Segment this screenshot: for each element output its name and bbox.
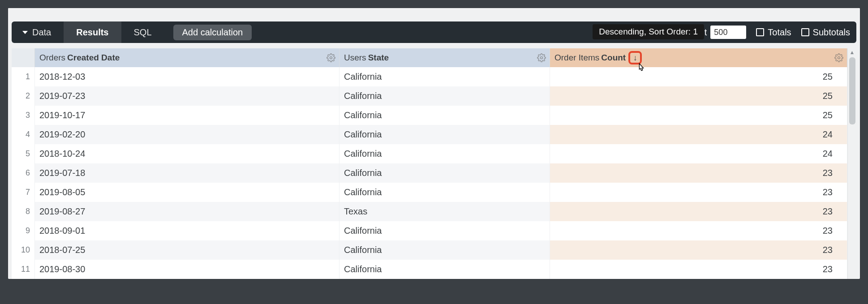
svg-point-0 xyxy=(330,57,332,59)
column-header-orders-created-date[interactable]: Orders Created Date xyxy=(35,48,339,67)
tab-results[interactable]: Results xyxy=(64,21,121,43)
gear-icon[interactable] xyxy=(327,53,335,62)
table-row[interactable]: 32019-10-17California25 xyxy=(12,106,847,125)
row-number: 8 xyxy=(12,202,35,221)
column-header-users-state[interactable]: Users State xyxy=(339,48,550,67)
row-number: 7 xyxy=(12,183,35,202)
scroll-up-arrow-icon[interactable]: ▲ xyxy=(848,48,856,56)
arrow-down-icon: ↓ xyxy=(633,53,637,63)
tab-results-label: Results xyxy=(76,27,108,38)
sort-descending-indicator[interactable]: ↓ xyxy=(628,51,642,64)
header-row: Orders Created Date Users State Order It… xyxy=(12,48,847,67)
tab-sql[interactable]: SQL xyxy=(121,21,164,43)
vertical-scrollbar[interactable]: ▲ xyxy=(847,48,856,279)
results-toolbar: Data Results SQL Add calculation Row Lim… xyxy=(12,21,856,43)
table-row[interactable]: 12018-12-03California25 xyxy=(12,67,847,86)
cell-created-date[interactable]: 2019-07-18 xyxy=(35,163,339,183)
sort-tooltip: Descending, Sort Order: 1 xyxy=(593,24,704,39)
table-row[interactable]: 52018-10-24California24 xyxy=(12,144,847,163)
table-row[interactable]: 82019-08-27Texas23 xyxy=(12,202,847,221)
data-grid: Orders Created Date Users State Order It… xyxy=(12,48,856,279)
sort-tooltip-text: Descending, Sort Order: 1 xyxy=(599,27,698,36)
col-orders-field: Created Date xyxy=(67,53,120,63)
totals-checkbox-group[interactable]: Totals xyxy=(756,27,791,38)
add-calculation-button[interactable]: Add calculation xyxy=(173,25,252,40)
row-number: 10 xyxy=(12,240,35,260)
subtotals-checkbox-group[interactable]: Subtotals xyxy=(801,27,850,38)
cell-state[interactable]: California xyxy=(339,240,550,260)
cell-count[interactable]: 23 xyxy=(550,183,847,202)
cell-state[interactable]: California xyxy=(339,260,550,279)
explore-panel: Data Results SQL Add calculation Row Lim… xyxy=(8,8,860,279)
cell-created-date[interactable]: 2018-12-03 xyxy=(35,67,339,86)
caret-down-icon xyxy=(22,31,28,34)
cell-count[interactable]: 25 xyxy=(550,86,847,106)
toolbar-left: Data Results SQL Add calculation xyxy=(18,21,252,43)
row-number: 9 xyxy=(12,221,35,240)
cell-state[interactable]: California xyxy=(339,86,550,106)
cell-count[interactable]: 25 xyxy=(550,67,847,86)
row-number: 3 xyxy=(12,106,35,125)
tab-data-label: Data xyxy=(32,27,51,38)
cell-state[interactable]: California xyxy=(339,67,550,86)
table-row[interactable]: 92018-09-01California23 xyxy=(12,221,847,240)
table-row[interactable]: 112019-08-30California23 xyxy=(12,260,847,279)
cell-state[interactable]: California xyxy=(339,106,550,125)
col-count-field: Count xyxy=(601,53,626,63)
tab-data[interactable]: Data xyxy=(18,21,64,43)
cell-count[interactable]: 24 xyxy=(550,144,847,163)
cell-count[interactable]: 23 xyxy=(550,240,847,260)
cell-created-date[interactable]: 2018-09-01 xyxy=(35,221,339,240)
table-row[interactable]: 22019-07-23California25 xyxy=(12,86,847,106)
row-number: 4 xyxy=(12,125,35,144)
svg-point-2 xyxy=(838,57,840,59)
totals-checkbox[interactable] xyxy=(756,28,764,36)
subtotals-checkbox[interactable] xyxy=(801,28,809,36)
table-row[interactable]: 62019-07-18California23 xyxy=(12,163,847,183)
table-row[interactable]: 72019-08-05California23 xyxy=(12,183,847,202)
svg-point-1 xyxy=(541,57,543,59)
cell-created-date[interactable]: 2019-10-17 xyxy=(35,106,339,125)
cell-created-date[interactable]: 2018-10-24 xyxy=(35,144,339,163)
cell-count[interactable]: 23 xyxy=(550,202,847,221)
cell-created-date[interactable]: 2019-08-30 xyxy=(35,260,339,279)
cell-created-date[interactable]: 2019-08-05 xyxy=(35,183,339,202)
cell-count[interactable]: 23 xyxy=(550,163,847,183)
cell-created-date[interactable]: 2018-07-25 xyxy=(35,240,339,260)
cell-count[interactable]: 23 xyxy=(550,221,847,240)
row-number: 1 xyxy=(12,67,35,86)
col-users-prefix: Users xyxy=(344,53,366,63)
subtotals-label: Subtotals xyxy=(813,27,850,38)
tab-sql-label: SQL xyxy=(134,27,152,38)
cell-count[interactable]: 25 xyxy=(550,106,847,125)
table-row[interactable]: 102018-07-25California23 xyxy=(12,240,847,260)
cell-state[interactable]: California xyxy=(339,183,550,202)
row-limit-input[interactable] xyxy=(710,26,746,39)
cell-state[interactable]: California xyxy=(339,163,550,183)
cell-count[interactable]: 23 xyxy=(550,260,847,279)
panel-top-pad xyxy=(8,8,860,21)
totals-label: Totals xyxy=(768,27,791,38)
cell-state[interactable]: California xyxy=(339,144,550,163)
cell-count[interactable]: 24 xyxy=(550,125,847,144)
col-users-field: State xyxy=(368,53,389,63)
add-calculation-label: Add calculation xyxy=(182,27,243,37)
cell-state[interactable]: California xyxy=(339,125,550,144)
table-row[interactable]: 42019-02-20California24 xyxy=(12,125,847,144)
gear-icon[interactable] xyxy=(537,53,546,62)
cell-state[interactable]: Texas xyxy=(339,202,550,221)
cell-created-date[interactable]: 2019-07-23 xyxy=(35,86,339,106)
table-body: 12018-12-03California2522019-07-23Califo… xyxy=(12,67,847,279)
cell-created-date[interactable]: 2019-02-20 xyxy=(35,125,339,144)
row-number: 6 xyxy=(12,163,35,183)
row-number: 2 xyxy=(12,86,35,106)
scrollbar-thumb[interactable] xyxy=(849,57,855,124)
grid-inner: Orders Created Date Users State Order It… xyxy=(12,48,847,279)
cell-state[interactable]: California xyxy=(339,221,550,240)
row-number: 5 xyxy=(12,144,35,163)
row-number: 11 xyxy=(12,260,35,279)
cell-created-date[interactable]: 2019-08-27 xyxy=(35,202,339,221)
gear-icon[interactable] xyxy=(834,53,843,62)
rownum-header xyxy=(12,48,35,67)
column-header-order-items-count[interactable]: Order Items Count ↓ xyxy=(550,48,847,67)
